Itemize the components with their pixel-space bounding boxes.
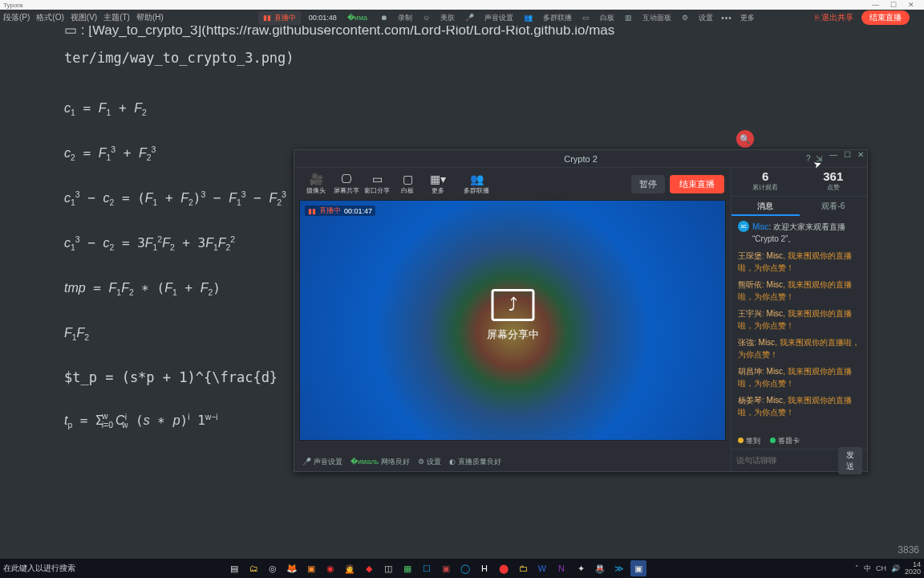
chat-message: 杨姜琴: Misc, 我来围观你的直播啦，为你点赞！ [738, 394, 861, 418]
onenote-icon[interactable]: N [553, 560, 569, 576]
maximize-icon[interactable]: ☐ [890, 1, 897, 9]
tray-date[interactable]: 2020 [905, 568, 921, 576]
chat-input[interactable] [736, 456, 838, 465]
center-interact[interactable]: 互动面板 [642, 13, 671, 23]
footer-settings[interactable]: ⚙ 设置 [418, 457, 441, 467]
tab-viewers[interactable]: 观看-6 [800, 197, 868, 216]
app-icon-10[interactable]: 🗀 [515, 560, 531, 576]
center-multi[interactable]: 多群联播 [543, 13, 572, 23]
whiteboard-button[interactable]: ▢白板 [392, 173, 423, 195]
menu-help[interactable]: 帮助(H) [136, 12, 164, 23]
chat-message: 王宇兴: Misc, 我来围观你的直播啦，为你点赞！ [738, 307, 861, 332]
app-icon-11[interactable]: ✦ [573, 560, 589, 576]
stream-close-icon[interactable]: ✕ [857, 150, 864, 159]
help-icon[interactable]: ? [806, 154, 811, 163]
whiteboard-icon[interactable]: ▭ [580, 14, 592, 22]
stream-title: Crypto 2 [564, 154, 598, 164]
more-button[interactable]: ▦▾更多 [423, 173, 453, 195]
stream-header[interactable]: Crypto 2 ? ⇲ — ☐ ✕ [294, 150, 867, 168]
live-pill: ▮▮ 直播中 [258, 11, 301, 25]
taskbar: 在此键入以进行搜索 ▤ 🗂 ◎ 🦊 ▣ ◉ 🙍 ◆ ◫ ▦ ☐ ▣ ◯ H ⬤ … [0, 559, 924, 578]
app-icon-3[interactable]: ◆ [361, 560, 377, 576]
center-record[interactable]: 录制 [398, 13, 412, 23]
screen-share-button[interactable]: 🖵屏幕共享 [331, 173, 362, 195]
word-icon[interactable]: W [534, 560, 550, 576]
footer-network[interactable]: �ималь 网络良好 [351, 457, 410, 467]
settings-icon[interactable]: ⚙ [679, 14, 691, 22]
send-button[interactable]: 发送 [838, 447, 862, 474]
file-explorer-icon[interactable]: 🗂 [245, 560, 261, 576]
sublime-icon[interactable]: ▣ [303, 560, 319, 576]
multi-icon[interactable]: 👥 [521, 14, 535, 22]
menu-theme[interactable]: 主题(T) [103, 12, 130, 23]
task-view-icon[interactable]: ▤ [226, 560, 242, 576]
multi-button[interactable]: 👥多群联播 [461, 173, 492, 195]
app-icon-7[interactable]: ▣ [438, 560, 454, 576]
exit-share-icon[interactable]: ⎘ [813, 14, 821, 22]
firefox-icon[interactable]: 🦊 [284, 560, 300, 576]
tray-lang[interactable]: CH [876, 564, 886, 572]
close-icon[interactable]: ✕ [908, 1, 914, 9]
edge-icon[interactable]: ◯ [457, 560, 473, 576]
camera-button[interactable]: 🎥摄像头 [301, 173, 331, 195]
search-bubble[interactable]: 🔍 [736, 130, 754, 148]
app-icon-1[interactable]: ◉ [322, 560, 338, 576]
stream-minimize-icon[interactable]: — [829, 150, 837, 159]
menu-paragraph[interactable]: 段落(P) [3, 12, 30, 23]
interact-icon[interactable]: ▥ [622, 14, 634, 22]
wifi-icon: �има [345, 14, 370, 22]
badge-answer[interactable]: 答题卡 [770, 436, 800, 446]
word-count: 3836 [898, 544, 919, 556]
app-icon-8[interactable]: H [476, 560, 492, 576]
preview-timer: 00:01:47 [344, 207, 372, 215]
chrome-icon[interactable]: ◎ [265, 560, 281, 576]
record-icon[interactable]: ⏺ [378, 14, 390, 22]
app-icon-4[interactable]: ◫ [380, 560, 396, 576]
tray-sound-icon[interactable]: 🔊 [891, 564, 900, 572]
app-icon-2[interactable]: 🙍 [342, 560, 358, 576]
taskbar-icons: ▤ 🗂 ◎ 🦊 ▣ ◉ 🙍 ◆ ◫ ▦ ☐ ▣ ◯ H ⬤ 🗀 W N ✦ 🚇 … [226, 560, 646, 576]
pin-icon[interactable]: ⇲ [816, 154, 822, 163]
pause-button[interactable]: 暂停 [631, 175, 665, 193]
app-icon-6[interactable]: ☐ [419, 560, 435, 576]
footer-audio[interactable]: 🎤 声音设置 [302, 457, 342, 467]
taskbar-search[interactable]: 在此键入以进行搜索 [3, 563, 75, 574]
preview-live-tag: ▮▮ 直播中 00:01:47 [305, 206, 375, 216]
badge-sign[interactable]: 签到 [738, 436, 760, 446]
app-icon-9[interactable]: ⬤ [496, 560, 512, 576]
system-tray: ˄ 中 CH 🔊 14 2020 [855, 561, 924, 576]
live-timer: 00:01:48 [309, 14, 337, 22]
chat-message: 王琛堡: Misc, 我来围观你的直播啦，为你点赞！ [738, 250, 861, 274]
live-label: 直播中 [274, 13, 296, 23]
minimize-icon[interactable]: — [872, 1, 879, 9]
stream-preview: ▮▮ 直播中 00:01:47 ⤴ 屏幕分享中 [299, 200, 726, 441]
center-audio[interactable]: 声音设置 [484, 13, 513, 23]
chat-system: sc Misc: 欢迎大家来观看直播 “Crypto 2”。 [738, 221, 861, 245]
window-share-button[interactable]: ▭窗口分享 [362, 173, 392, 195]
vscode-icon[interactable]: ≫ [611, 560, 627, 576]
center-whiteboard[interactable]: 白板 [600, 13, 614, 23]
chat-area: sc Misc: 欢迎大家来观看直播 “Crypto 2”。 王琛堡: Misc… [732, 216, 867, 433]
end-live-button-stream[interactable]: 结束直播 [670, 175, 724, 193]
tab-chat[interactable]: 消息 [732, 197, 800, 216]
audio-icon[interactable]: 🎤 [463, 14, 476, 22]
active-app-icon[interactable]: ▣ [630, 560, 646, 576]
footer-quality: ◐ 直播质量良好 [449, 457, 501, 467]
chat-message: 胡昌坤: Misc, 我来围观你的直播啦，为你点赞！ [738, 365, 861, 389]
more-dots[interactable]: ••• [721, 14, 732, 22]
exit-share-button[interactable]: 退出共享 [821, 12, 853, 23]
app-icon-5[interactable]: ▦ [399, 560, 415, 576]
stream-maximize-icon[interactable]: ☐ [844, 150, 851, 159]
menu-format[interactable]: 格式(O) [36, 12, 63, 23]
tray-ime[interactable]: 中 [864, 564, 871, 574]
tray-chevron-icon[interactable]: ˄ [855, 564, 859, 572]
center-settings[interactable]: 设置 [699, 13, 713, 23]
app-icon-12[interactable]: 🚇 [592, 560, 608, 576]
center-beautify[interactable]: 美肤 [440, 13, 455, 23]
beautify-icon[interactable]: ☺ [420, 14, 432, 22]
app-name: Typora [3, 2, 22, 9]
path-line2: ter/img/way_to_crypto_3.png) [64, 47, 860, 69]
center-more[interactable]: 更多 [740, 13, 755, 23]
end-live-button[interactable]: 结束直播 [861, 10, 910, 25]
menu-view[interactable]: 视图(V) [71, 12, 97, 23]
